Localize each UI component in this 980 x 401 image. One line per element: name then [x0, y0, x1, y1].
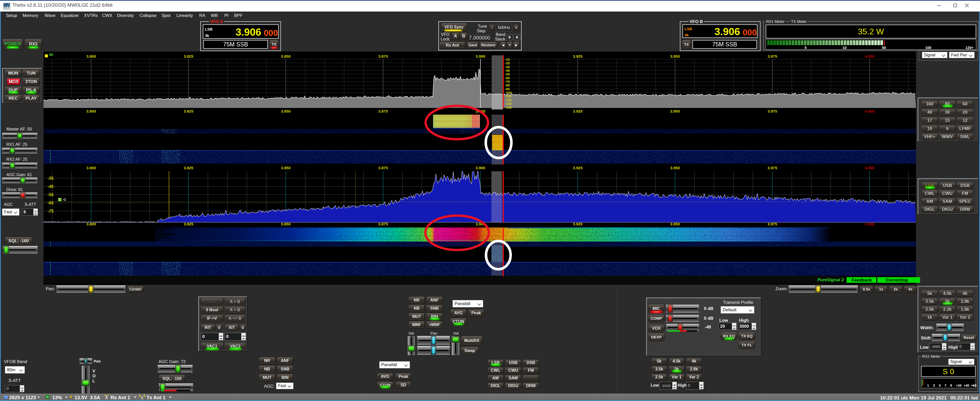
- svg-text:-G: -G: [62, 198, 66, 201]
